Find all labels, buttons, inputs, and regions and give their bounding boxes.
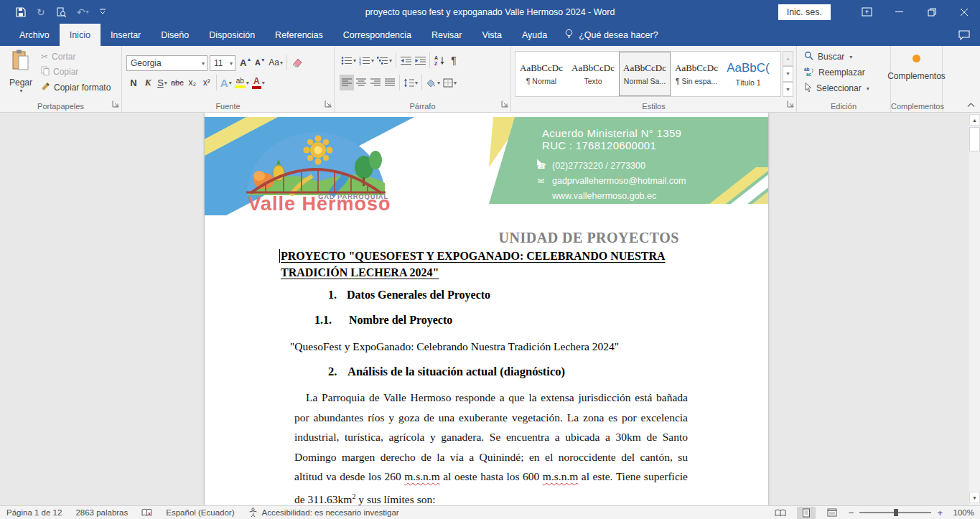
word-count[interactable]: 2863 palabras [75, 508, 128, 517]
superscript-button[interactable]: x² [200, 75, 214, 90]
underline-button[interactable]: S▾ [155, 75, 169, 90]
ribbon-display-options-icon[interactable] [851, 0, 883, 24]
eraser-icon [291, 58, 302, 67]
styles-more-icon[interactable]: ▼ [783, 82, 793, 97]
vertical-scrollbar[interactable]: ▲ ▼ [968, 113, 980, 505]
scroll-up-icon[interactable]: ▲ [969, 114, 980, 126]
print-preview-icon[interactable] [56, 5, 66, 19]
change-case-button[interactable]: Aa▾ [267, 55, 284, 70]
increase-indent-button[interactable] [413, 52, 427, 68]
undo-caret-icon: ▾ [85, 9, 88, 15]
tab-insertar[interactable]: Insertar [101, 24, 151, 46]
word-window: ↻ ↶▾ proyecto queso fest y expoganado Va… [0, 0, 980, 519]
project-name-text: "QuesoFest y ExpoGanado: Celebrando Nues… [290, 340, 619, 353]
zoom-level[interactable]: 100% [950, 508, 974, 517]
text-effects-button[interactable]: A▾ [219, 75, 233, 90]
multilevel-list-button[interactable]: ▾ [375, 52, 393, 68]
tab-referencias[interactable]: Referencias [265, 24, 333, 46]
read-mode-button[interactable] [771, 507, 790, 519]
tab-disposicion[interactable]: Disposición [199, 24, 265, 46]
restore-button[interactable] [915, 0, 948, 24]
collapse-ribbon-icon[interactable] [966, 100, 976, 110]
feedback-icon[interactable] [958, 24, 970, 46]
justify-button[interactable] [383, 75, 397, 90]
minimize-button[interactable] [883, 0, 915, 24]
addins-button[interactable]: Complementos [891, 55, 942, 81]
paste-button[interactable]: Pegar ▾ [5, 50, 37, 101]
repeat-icon[interactable]: ↻ [37, 5, 45, 19]
tell-me-box[interactable]: ¿Qué desea hacer? [557, 24, 666, 46]
select-button[interactable]: Seleccionar ▾ [804, 83, 869, 94]
language-indicator[interactable]: Español (Ecuador) [166, 508, 234, 517]
document-title: PROYECTO "QUESOFEST Y EXPOGANADO: CELEBR… [281, 248, 666, 281]
zoom-out-icon[interactable]: − [849, 508, 854, 518]
lightbulb-icon [564, 29, 574, 42]
document-page[interactable]: Acuerdo Ministerial N° 1359 RUC : 176812… [205, 113, 768, 505]
styles-dialog-launcher-icon[interactable] [787, 100, 794, 110]
align-right-button[interactable] [368, 75, 383, 90]
style-normal-sa[interactable]: AaBbCcDc Normal Sa... [619, 52, 671, 96]
clipboard-icon [11, 50, 31, 75]
show-marks-button[interactable]: ¶ [447, 52, 461, 68]
zoom-thumb[interactable] [894, 509, 898, 516]
grow-font-button[interactable]: A▲ [238, 55, 253, 70]
font-family-combo[interactable]: Georgia ▾ [126, 55, 207, 71]
text-highlight-button[interactable]: ab ▾ [233, 75, 251, 90]
close-button[interactable] [948, 0, 980, 24]
tab-diseno[interactable]: Diseño [151, 24, 199, 46]
web-layout-button[interactable] [823, 507, 841, 519]
tab-correspondencia[interactable]: Correspondencia [333, 24, 421, 46]
zoom-in-icon[interactable]: + [937, 508, 943, 518]
shrink-font-button[interactable]: A▼ [253, 55, 267, 70]
tab-archivo[interactable]: Archivo [9, 24, 60, 46]
line-spacing-button[interactable]: ▾ [402, 75, 419, 90]
style-texto[interactable]: AaBbCcDc Texto [567, 52, 619, 96]
copy-button[interactable]: Copiar [41, 66, 111, 78]
sort-button[interactable]: AZ [432, 52, 447, 68]
tab-vista[interactable]: Vista [472, 24, 512, 46]
align-center-button[interactable] [354, 75, 368, 90]
style-sin-espaciado[interactable]: AaBbCcDc ¶ Sin espa... [671, 52, 722, 96]
styles-scroll-down-icon[interactable]: ▼ [783, 66, 793, 81]
borders-button[interactable]: ▾ [442, 75, 458, 90]
undo-icon[interactable]: ↶▾ [77, 5, 89, 19]
clear-formatting-button[interactable] [289, 55, 304, 70]
group-paragraph: ▾ 123 ▾ ▾ AZ [335, 46, 511, 112]
bold-button[interactable]: N [126, 75, 141, 90]
replace-button[interactable]: abac Reemplazar [804, 67, 869, 78]
shading-button[interactable]: ▾ [424, 75, 442, 90]
format-painter-button[interactable]: Copiar formato [41, 82, 111, 93]
decrease-indent-button[interactable] [398, 52, 413, 68]
envelope-icon: ✉ [536, 174, 546, 189]
text-cursor [279, 249, 280, 263]
page-indicator[interactable]: Página 1 de 12 [6, 508, 62, 517]
tab-revisar[interactable]: Revisar [421, 24, 472, 46]
scroll-down-icon[interactable]: ▼ [969, 492, 980, 503]
zoom-track[interactable] [859, 512, 931, 513]
proofing-icon[interactable] [141, 508, 152, 518]
strikethrough-button[interactable]: abc [169, 75, 185, 90]
subscript-button[interactable]: x₂ [185, 75, 200, 90]
styles-scroll-up-icon[interactable]: ▲ [783, 51, 793, 66]
bullets-button[interactable]: ▾ [340, 52, 358, 68]
font-dialog-launcher-icon[interactable] [325, 100, 332, 110]
italic-button[interactable]: K [141, 75, 155, 90]
save-icon[interactable] [16, 5, 26, 19]
find-button[interactable]: Buscar ▾ [804, 51, 869, 62]
tab-ayuda[interactable]: Ayuda [512, 24, 557, 46]
font-color-button[interactable]: A ▾ [251, 75, 266, 90]
clipboard-dialog-launcher-icon[interactable] [112, 100, 119, 110]
font-size-combo[interactable]: 11 ▾ [210, 55, 235, 71]
style-normal[interactable]: AaBbCcDc ¶ Normal [515, 52, 567, 96]
cut-button[interactable]: ✂ Cortar [41, 52, 111, 62]
print-layout-button[interactable] [797, 507, 816, 519]
style-titulo-1[interactable]: AaBbC( Título 1 [722, 52, 774, 96]
sign-in-button[interactable]: Inic. ses. [778, 4, 831, 20]
numbering-button[interactable]: 123 ▾ [358, 52, 375, 68]
tab-inicio[interactable]: Inicio [60, 24, 101, 46]
align-left-button[interactable] [340, 75, 354, 90]
accessibility-status[interactable]: Accesibilidad: es necesario investigar [248, 508, 399, 518]
paragraph-dialog-launcher-icon[interactable] [501, 100, 508, 110]
customize-qat-icon[interactable] [99, 5, 106, 19]
scrollbar-thumb[interactable] [969, 127, 980, 151]
